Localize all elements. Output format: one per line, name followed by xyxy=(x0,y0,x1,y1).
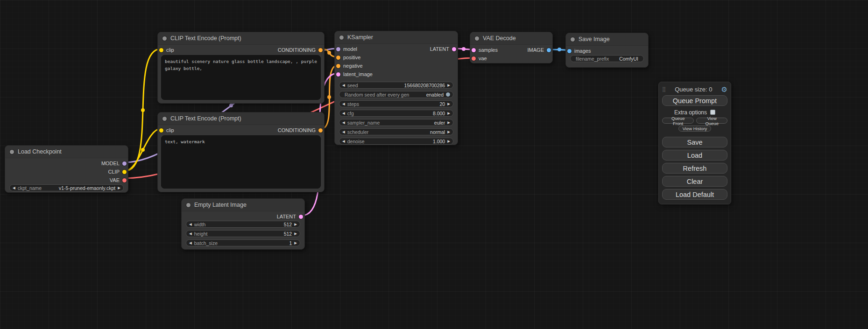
slot-label: images xyxy=(574,48,591,54)
widget-sampler-name[interactable]: ◀ sampler_name euler ▶ xyxy=(339,119,453,126)
node-header[interactable]: Empty Latent Image xyxy=(182,199,304,211)
model-input-slot[interactable] xyxy=(336,47,340,51)
view-queue-button[interactable]: View Queue xyxy=(696,118,727,124)
input-clip: clip xyxy=(159,47,174,53)
latent-output-slot[interactable] xyxy=(299,215,303,219)
negative-prompt-textarea[interactable]: text, watermark xyxy=(161,135,321,189)
samples-input-slot[interactable] xyxy=(472,48,476,52)
widget-denoise[interactable]: ◀ denoise 1.000 ▶ xyxy=(339,138,453,145)
decrement-arrow-icon[interactable]: ◀ xyxy=(342,84,345,87)
increment-arrow-icon[interactable]: ▶ xyxy=(118,186,120,190)
load-default-button[interactable]: Load Default xyxy=(662,189,727,200)
widget-scheduler[interactable]: ◀ scheduler normal ▶ xyxy=(339,128,453,135)
clip-input-slot[interactable] xyxy=(159,128,163,133)
widget-label: steps xyxy=(347,101,438,107)
widget-cfg[interactable]: ◀ cfg 8.000 ▶ xyxy=(339,110,453,117)
node-header[interactable]: Save Image xyxy=(566,33,648,46)
increment-arrow-icon[interactable]: ▶ xyxy=(447,140,450,143)
node-clip-text-encode-positive[interactable]: CLIP Text Encode (Prompt) clip CONDITION… xyxy=(157,32,325,104)
decrement-arrow-icon[interactable]: ◀ xyxy=(189,223,192,226)
negative-input-slot[interactable] xyxy=(336,64,340,68)
conditioning-output-slot[interactable] xyxy=(318,48,323,52)
load-button[interactable]: Load xyxy=(662,150,727,161)
node-empty-latent-image[interactable]: Empty Latent Image LATENT ◀ width 512 ▶ … xyxy=(181,198,305,250)
increment-arrow-icon[interactable]: ▶ xyxy=(447,102,450,106)
node-vae-decode[interactable]: VAE Decode samples IMAGE vae xyxy=(470,32,553,63)
widget-filename-prefix[interactable]: filename_prefix ComfyUI xyxy=(570,55,644,62)
increment-arrow-icon[interactable]: ▶ xyxy=(294,241,297,245)
refresh-button[interactable]: Refresh xyxy=(662,163,727,174)
view-history-button[interactable]: View History xyxy=(678,126,712,132)
latent-image-input-slot[interactable] xyxy=(336,72,340,77)
increment-arrow-icon[interactable]: ▶ xyxy=(447,84,450,87)
latent-output-slot[interactable] xyxy=(452,47,456,51)
increment-arrow-icon[interactable]: ▶ xyxy=(447,121,450,125)
collapse-icon[interactable] xyxy=(339,35,344,40)
decrement-arrow-icon[interactable]: ◀ xyxy=(342,130,345,134)
output-latent: LATENT xyxy=(430,46,456,52)
decrement-arrow-icon[interactable]: ◀ xyxy=(342,121,345,125)
node-ksampler[interactable]: KSampler model LATENT positive xyxy=(334,31,458,145)
conditioning-output-slot[interactable] xyxy=(318,128,323,133)
clip-output-slot[interactable] xyxy=(122,170,127,174)
menu-drag-handle-icon[interactable]: ⣿ xyxy=(662,87,666,92)
widget-label: cfg xyxy=(347,111,430,116)
decrement-arrow-icon[interactable]: ◀ xyxy=(342,102,345,106)
images-input-slot[interactable] xyxy=(567,49,572,53)
decrement-arrow-icon[interactable]: ◀ xyxy=(342,140,345,143)
increment-arrow-icon[interactable]: ▶ xyxy=(294,232,297,236)
extra-options-checkbox[interactable] xyxy=(710,110,715,115)
node-clip-text-encode-negative[interactable]: CLIP Text Encode (Prompt) clip CONDITION… xyxy=(157,112,325,192)
node-header[interactable]: Load Checkpoint xyxy=(5,146,128,158)
settings-gear-icon[interactable]: ⚙ xyxy=(721,86,727,93)
queue-front-button[interactable]: Queue Front xyxy=(662,118,694,124)
node-title: CLIP Text Encode (Prompt) xyxy=(170,35,241,42)
widget-height[interactable]: ◀ height 512 ▶ xyxy=(186,230,300,237)
widget-steps[interactable]: ◀ steps 20 ▶ xyxy=(339,100,453,107)
positive-input-slot[interactable] xyxy=(336,56,340,60)
widget-label: filename_prefix xyxy=(576,56,617,62)
node-header[interactable]: VAE Decode xyxy=(470,32,552,45)
save-button[interactable]: Save xyxy=(662,137,727,147)
vae-input-slot[interactable] xyxy=(472,56,476,61)
node-header[interactable]: CLIP Text Encode (Prompt) xyxy=(158,32,324,45)
widget-random-seed-toggle[interactable]: Random seed after every gen enabled xyxy=(339,91,453,98)
increment-arrow-icon[interactable]: ▶ xyxy=(447,112,450,115)
toggle-indicator-icon[interactable] xyxy=(446,92,450,97)
collapse-icon[interactable] xyxy=(571,37,575,42)
node-header[interactable]: KSampler xyxy=(335,31,458,44)
widget-label: batch_size xyxy=(194,240,287,246)
collapse-icon[interactable] xyxy=(162,117,167,121)
link-midpoint-conditioning-positive xyxy=(327,51,331,55)
widget-batch-size[interactable]: ◀ batch_size 1 ▶ xyxy=(186,239,300,246)
slot-label: CONDITIONING xyxy=(278,127,316,133)
input-latent-image: latent_image xyxy=(336,71,373,77)
graph-canvas[interactable]: Load Checkpoint MODEL CLIP VAE xyxy=(0,0,868,329)
decrement-arrow-icon[interactable]: ◀ xyxy=(342,112,345,115)
link-midpoint-latent-decode xyxy=(462,47,466,51)
queue-prompt-button[interactable]: Queue Prompt xyxy=(662,95,727,106)
slot-label: IMAGE xyxy=(528,47,544,53)
decrement-arrow-icon[interactable]: ◀ xyxy=(189,232,192,236)
image-output-slot[interactable] xyxy=(547,48,551,52)
widget-seed[interactable]: ◀ seed 156680208700286 ▶ xyxy=(339,82,453,89)
node-save-image[interactable]: Save Image images filename_prefix ComfyU… xyxy=(565,33,649,68)
increment-arrow-icon[interactable]: ▶ xyxy=(294,223,297,226)
vae-output-slot[interactable] xyxy=(122,178,127,182)
clear-button[interactable]: Clear xyxy=(662,176,727,187)
collapse-icon[interactable] xyxy=(10,150,14,154)
positive-prompt-textarea[interactable]: beautiful scenery nature glass bottle la… xyxy=(161,55,321,100)
widget-width[interactable]: ◀ width 512 ▶ xyxy=(186,221,300,228)
decrement-arrow-icon[interactable]: ◀ xyxy=(189,241,192,245)
decrement-arrow-icon[interactable]: ◀ xyxy=(13,186,15,190)
collapse-icon[interactable] xyxy=(475,36,479,41)
node-load-checkpoint[interactable]: Load Checkpoint MODEL CLIP VAE xyxy=(5,145,128,193)
increment-arrow-icon[interactable]: ▶ xyxy=(447,130,450,134)
model-output-slot[interactable] xyxy=(122,161,127,166)
slot-label: clip xyxy=(166,47,174,53)
collapse-icon[interactable] xyxy=(162,36,167,41)
widget-ckpt-name[interactable]: ◀ ckpt_name v1-5-pruned-emaonly.ckpt ▶ xyxy=(9,184,124,191)
clip-input-slot[interactable] xyxy=(159,48,163,52)
node-header[interactable]: CLIP Text Encode (Prompt) xyxy=(158,112,324,125)
collapse-icon[interactable] xyxy=(186,203,191,207)
